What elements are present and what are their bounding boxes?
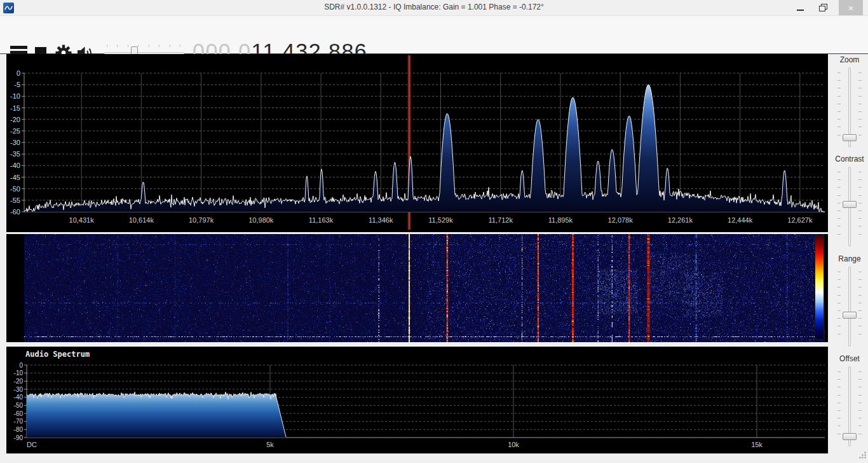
resize-grip-icon[interactable] — [858, 450, 867, 462]
svg-text:10,980k: 10,980k — [248, 216, 274, 224]
minimize-button[interactable] — [790, 0, 810, 15]
svg-text:-30: -30 — [10, 139, 20, 146]
svg-text:-70: -70 — [14, 418, 24, 425]
svg-text:-30: -30 — [14, 386, 24, 393]
svg-text:0: 0 — [19, 362, 23, 369]
rf-spectrum-panel[interactable]: 0-5-10-15-20-25-30-35-40-45-50-55-6010,4… — [6, 54, 828, 232]
svg-text:15k: 15k — [751, 441, 763, 448]
waterfall-canvas[interactable] — [6, 234, 828, 342]
svg-text:11,895k: 11,895k — [548, 216, 573, 224]
svg-text:-20: -20 — [14, 378, 24, 385]
svg-text:12,627k: 12,627k — [787, 216, 813, 224]
zoom-slider[interactable] — [836, 67, 863, 148]
svg-text:-80: -80 — [14, 426, 24, 433]
toolbar: 000.011.432.886 — [0, 16, 868, 54]
svg-text:11,346k: 11,346k — [369, 216, 393, 224]
contrast-slider[interactable] — [836, 167, 863, 247]
svg-text:-10: -10 — [10, 92, 20, 100]
offset-slider[interactable] — [836, 366, 863, 446]
contrast-label: Contrast — [831, 155, 868, 163]
range-track[interactable] — [848, 266, 851, 347]
waterfall-color-legend — [815, 235, 824, 340]
svg-text:-45: -45 — [10, 174, 20, 181]
svg-text:10k: 10k — [508, 441, 519, 448]
contrast-thumb[interactable] — [843, 201, 857, 208]
svg-text:-40: -40 — [10, 162, 20, 169]
svg-text:-35: -35 — [10, 150, 20, 158]
svg-text:-5: -5 — [14, 81, 20, 88]
svg-text:Audio Spectrum: Audio Spectrum — [25, 350, 90, 359]
svg-text:-55: -55 — [10, 197, 20, 204]
display-sidebar: ZoomContrastRangeOffset — [831, 54, 868, 455]
zoom-ticks — [837, 73, 841, 142]
range-ticks — [837, 272, 841, 342]
svg-text:-40: -40 — [14, 394, 24, 401]
svg-text:-60: -60 — [14, 410, 24, 417]
svg-text:-90: -90 — [14, 434, 24, 441]
svg-text:-10: -10 — [14, 370, 24, 377]
zoom-label: Zoom — [831, 55, 868, 64]
titlebar: SDR# v1.0.0.1312 - IQ Imbalance: Gain = … — [0, 0, 868, 16]
restore-icon — [819, 4, 827, 11]
contrast-ticks — [837, 172, 841, 242]
offset-ticks — [837, 371, 841, 441]
svg-text:-25: -25 — [10, 127, 20, 135]
svg-text:11,712k: 11,712k — [489, 216, 513, 224]
svg-text:12,261k: 12,261k — [668, 216, 693, 224]
range-slider[interactable] — [836, 266, 863, 347]
svg-text:-50: -50 — [14, 402, 24, 409]
svg-text:-60: -60 — [10, 208, 20, 216]
svg-text:5k: 5k — [266, 441, 274, 448]
svg-text:10,614k: 10,614k — [129, 216, 154, 224]
zoom-thumb[interactable] — [843, 134, 857, 141]
hamburger-icon — [10, 46, 27, 49]
svg-text:10,797k: 10,797k — [189, 216, 214, 224]
restore-button[interactable] — [813, 0, 832, 15]
close-button[interactable]: × — [839, 0, 863, 15]
offset-thumb[interactable] — [843, 433, 857, 440]
offset-label: Offset — [831, 354, 868, 363]
range-label: Range — [831, 254, 868, 263]
svg-text:12,078k: 12,078k — [608, 216, 634, 224]
volume-ticks-top — [107, 45, 182, 47]
audio-spectrum-panel[interactable]: Audio Spectrum0-10-20-30-40-50-60-70-80-… — [6, 347, 828, 453]
svg-text:11,163k: 11,163k — [309, 216, 334, 224]
svg-text:-15: -15 — [10, 104, 20, 112]
svg-text:-50: -50 — [10, 185, 20, 193]
svg-text:-20: -20 — [10, 116, 20, 123]
sdrsharp-window: SDR# v1.0.0.1312 - IQ Imbalance: Gain = … — [0, 0, 868, 463]
svg-text:10,431k: 10,431k — [69, 216, 95, 224]
svg-text:11,529k: 11,529k — [428, 216, 453, 224]
svg-text:12,444k: 12,444k — [728, 216, 753, 224]
window-title: SDR# v1.0.0.1312 - IQ Imbalance: Gain = … — [0, 3, 868, 11]
svg-text:0: 0 — [17, 69, 20, 77]
range-thumb[interactable] — [843, 312, 857, 319]
svg-text:DC: DC — [27, 441, 37, 448]
waterfall-panel[interactable] — [6, 234, 828, 342]
